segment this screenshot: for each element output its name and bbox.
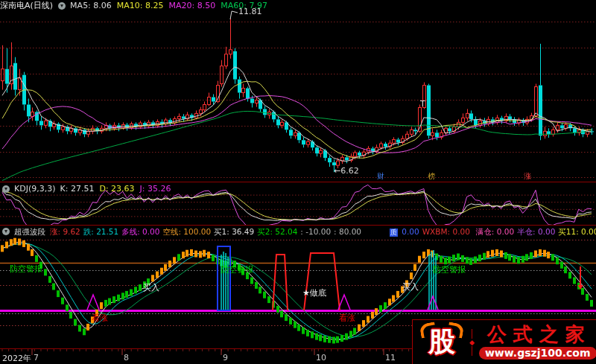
main-chart-header: 深南电A(日线) ▾ MA5: 8.06MA10: 8.25MA20: 8.50… <box>0 0 596 11</box>
watermark-logo: 股 ◆ 公式之家 www.gszj100.com <box>412 319 596 364</box>
wave-item: 买11: 0.00 <box>558 226 596 237</box>
logo-character: 股 <box>428 328 455 355</box>
wave-item: 半仓: 0.00 <box>517 226 555 237</box>
signal-label-air-alert: 防空警报 <box>221 266 253 274</box>
wave-item: 买2: 52.04 <box>257 226 297 237</box>
chart-canvas[interactable] <box>0 0 596 364</box>
wave-item: 买1: 36.49 <box>214 226 254 237</box>
diamond-icon: ◆ <box>469 339 475 346</box>
kdj-item: D: 23.63 <box>99 184 134 194</box>
axis-month-label: 10 <box>316 353 326 363</box>
signal-label-buy: 买入 <box>143 284 159 292</box>
signal-label-bullish: 看涨 <box>339 314 355 322</box>
wave-item: : -10.00 <box>300 226 331 237</box>
logo-divider: ◆ <box>469 329 475 356</box>
wave-item: 满仓: 0.00 <box>476 226 514 237</box>
wave-item: 质 0.00 <box>390 226 419 237</box>
kdj-header: ▾ KDJ(9,3,3) K: 27.51D: 23.63J: 35.26 <box>0 183 596 194</box>
ma-item: MA60: 7.97 <box>221 1 267 10</box>
symbol-title: 深南电A(日线) <box>0 1 53 11</box>
wave-item: 空线: 100.00 <box>162 226 211 237</box>
signal-label-buy: 买入 <box>402 283 419 291</box>
logo-url: www.gszj100.com <box>479 347 596 360</box>
stock-app-window: 深南电A(日线) ▾ MA5: 8.06MA10: 8.25MA20: 8.50… <box>0 0 596 364</box>
axis-month-label: 8 <box>124 353 129 363</box>
wave-indicator-name: 超强波段 <box>14 226 45 237</box>
wave-item: : 80.00 <box>334 226 361 237</box>
signal-label-bottom: ★做底 <box>302 289 326 297</box>
axis-month-label: 9 <box>223 353 228 363</box>
logo-title: 公式之家 <box>484 325 592 345</box>
signal-label-bullish: 看涨 <box>92 314 108 322</box>
ma-item: MA20: 8.50 <box>169 1 216 10</box>
ma-item: MA10: 8.25 <box>117 1 164 10</box>
watermark-char-bang: 榜 <box>428 173 435 180</box>
chevron-down-icon[interactable]: ▾ <box>2 228 10 235</box>
wave-header: ▾ 超强波段 涨: 9.62跌: 21.51多线: 0.00空线: 100.00… <box>0 226 596 237</box>
low-price-label: ←6.62 <box>334 167 359 175</box>
watermark-char-zhang: 涨 <box>524 173 531 180</box>
wave-item: 跌: 21.51 <box>83 226 118 237</box>
wave-item: WXBM: 0.00 <box>422 226 470 237</box>
ma-values-row: MA5: 8.06MA10: 8.25MA20: 8.50MA60: 7.97 <box>70 1 273 11</box>
chevron-down-icon[interactable]: ▾ <box>58 2 66 10</box>
quality-badge-icon: 质 <box>390 229 398 237</box>
wave-item: 多线: 0.00 <box>121 226 159 237</box>
chevron-down-icon[interactable]: ▾ <box>2 185 10 193</box>
signal-label-air-alert: 防空警报 <box>10 265 42 273</box>
signal-label-air-alert: 防空警报 <box>433 266 466 274</box>
kdj-values-row: K: 27.51D: 23.63J: 35.26 <box>60 184 177 194</box>
wave-item: 涨: 9.62 <box>50 226 80 237</box>
t-marker: T <box>420 100 425 108</box>
axis-month-label: 11 <box>385 353 396 363</box>
axis-month-label: 7 <box>34 353 39 363</box>
ma-item: MA5: 8.06 <box>70 1 112 10</box>
watermark-char-cai: 财 <box>377 173 384 180</box>
wave-values-row: 涨: 9.62跌: 21.51多线: 0.00空线: 100.00买1: 36.… <box>50 226 596 237</box>
bull-stock-icon: 股 <box>419 322 465 363</box>
kdj-item: J: 35.26 <box>140 184 171 194</box>
kdj-item: K: 27.51 <box>60 184 95 194</box>
kdj-indicator-name: KDJ(9,3,3) <box>14 184 56 194</box>
axis-year-label: 2022年 <box>2 353 31 364</box>
